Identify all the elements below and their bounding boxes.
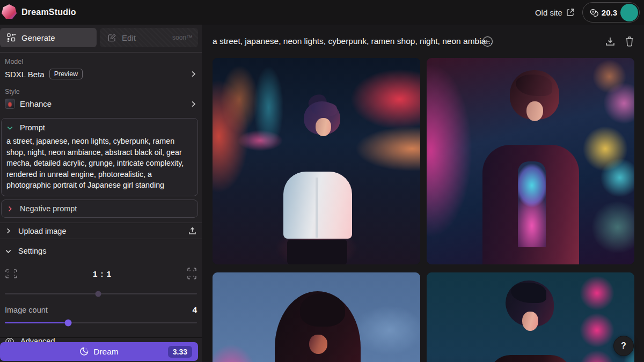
credits-coins-icon — [589, 8, 598, 17]
generation-header: a street, japanese, neon lights, cyberpu… — [202, 25, 644, 58]
image-count-value: 4 — [192, 305, 197, 315]
figure — [311, 102, 337, 116]
image-count-slider-thumb[interactable] — [65, 319, 72, 326]
tab-edit-label: Edit — [122, 33, 136, 42]
tab-generate[interactable]: Generate — [0, 28, 97, 47]
crescent-moon-icon — [79, 347, 89, 356]
mode-tabs: Generate Edit soon™ — [0, 25, 202, 49]
generated-image-2[interactable] — [427, 58, 634, 264]
credits-pill[interactable]: 20.3 — [582, 2, 640, 23]
model-selector[interactable]: SDXL Beta Preview — [0, 65, 202, 83]
figure — [309, 335, 327, 354]
figure — [287, 240, 347, 264]
aspect-ratio-row: 1 : 1 — [0, 260, 202, 280]
chevron-down-icon — [5, 248, 12, 255]
sidebar-bottom-divider — [0, 337, 202, 338]
chevron-down-icon — [6, 124, 13, 131]
style-label: Style — [0, 83, 202, 95]
dreamstudio-app: DreamStudio Old site 20.3 — [0, 0, 644, 362]
restore-prompt-button[interactable] — [482, 36, 493, 47]
aspect-ratio-slider-thumb[interactable] — [95, 291, 101, 297]
upload-image-label: Upload image — [18, 227, 66, 235]
dream-cost-badge: 3.33 — [168, 346, 192, 358]
landscape-frame-icon[interactable] — [5, 269, 18, 279]
image-count-row: Image count 4 — [0, 294, 202, 315]
tab-edit-soon-badge: soon™ — [172, 34, 193, 41]
upload-icon — [188, 226, 197, 235]
trash-icon[interactable] — [625, 36, 634, 47]
figure — [316, 118, 331, 136]
tab-edit[interactable]: Edit soon™ — [100, 28, 198, 47]
credits-balance: 20.3 — [602, 8, 617, 17]
figure — [316, 178, 318, 238]
upload-image-row[interactable]: Upload image — [0, 223, 202, 239]
settings-label: Settings — [18, 247, 46, 255]
generate-grid-icon — [7, 33, 16, 42]
dream-button[interactable]: Dream 3.33 — [0, 342, 198, 361]
user-avatar[interactable] — [620, 4, 638, 21]
arrow-left-circle-icon — [482, 36, 493, 47]
chevron-right-icon — [5, 227, 12, 234]
generated-image-3[interactable] — [213, 272, 420, 362]
download-icon[interactable] — [605, 36, 616, 47]
style-enhance-thumbnail-icon — [5, 99, 15, 109]
image-count-slider-fill — [5, 322, 68, 323]
negative-prompt-label: Negative prompt — [20, 204, 77, 213]
prompt-label: Prompt — [20, 123, 45, 132]
figure — [518, 161, 546, 247]
topbar-right: Old site 20.3 — [535, 0, 640, 25]
external-link-icon — [566, 8, 575, 17]
tab-generate-label: Generate — [21, 33, 55, 42]
prompt-input[interactable]: a street, japanese, neon lights, cyberpu… — [6, 136, 193, 191]
chevron-right-icon — [6, 205, 13, 212]
dreamstudio-logo-icon — [1, 4, 17, 21]
model-preview-badge: Preview — [49, 69, 83, 79]
model-value: SDXL Beta — [5, 70, 45, 79]
model-label: Model — [0, 53, 202, 65]
generated-image-4[interactable] — [427, 272, 634, 362]
aspect-ratio-slider[interactable] — [5, 293, 197, 294]
style-selector[interactable]: Enhance — [0, 95, 202, 112]
image-count-slider[interactable] — [5, 322, 197, 323]
dream-button-label: Dream — [93, 347, 119, 357]
app-title: DreamStudio — [21, 8, 76, 17]
chevron-right-icon — [189, 100, 197, 108]
settings-header[interactable]: Settings — [0, 242, 202, 260]
aspect-ratio-value: 1 : 1 — [18, 269, 187, 278]
old-site-label: Old site — [535, 8, 562, 17]
generation-title: a street, japanese, neon lights, cyberpu… — [213, 36, 475, 46]
top-bar: DreamStudio Old site 20.3 — [0, 0, 644, 25]
old-site-link[interactable]: Old site — [535, 8, 575, 17]
chevron-right-icon — [189, 70, 197, 78]
prompt-section: Prompt a street, japanese, neon lights, … — [1, 118, 198, 196]
negative-prompt-header[interactable]: Negative prompt — [1, 200, 198, 218]
image-count-label: Image count — [5, 306, 48, 314]
edit-pencil-icon — [107, 33, 116, 42]
generated-image-1[interactable] — [213, 58, 420, 264]
generation-actions — [605, 25, 634, 58]
help-button[interactable]: ? — [613, 336, 634, 356]
figure — [300, 293, 345, 327]
portrait-frame-icon[interactable] — [187, 267, 197, 280]
figure — [526, 101, 543, 121]
style-value: Enhance — [20, 99, 52, 108]
figure — [522, 312, 538, 331]
sidebar: Generate Edit soon™ Model SDXL Beta Prev… — [0, 25, 202, 362]
prompt-header[interactable]: Prompt — [6, 123, 193, 132]
